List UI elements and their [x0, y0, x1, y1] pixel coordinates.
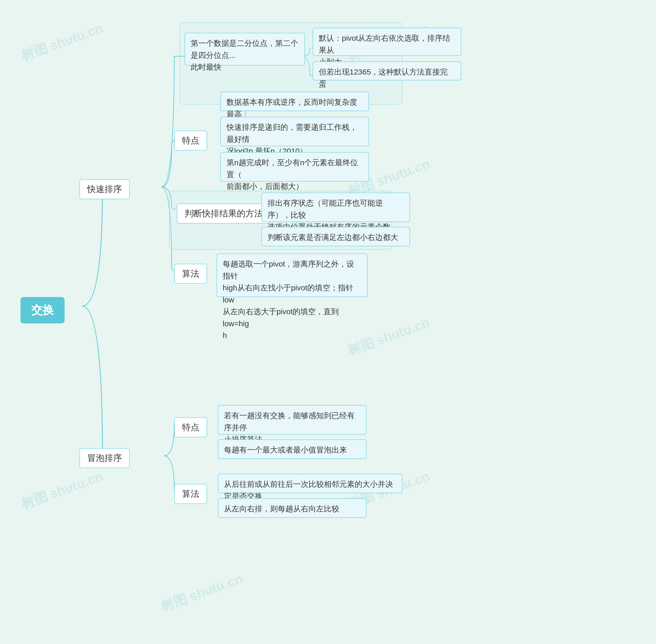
suanfam-node: 算法	[174, 484, 207, 504]
maopao-label: 冒泡排序	[87, 453, 122, 463]
watermark-5: 树图 shutu.cn	[19, 467, 106, 513]
suanfak-label: 算法	[182, 269, 199, 278]
p2-node: 判断该元素是否满足左边都小右边都大	[261, 227, 410, 246]
maopao-node: 冒泡排序	[80, 448, 130, 468]
d2-node: 但若出现12365，这种默认方法直接完蛋	[313, 62, 461, 80]
watermark-1: 树图 shutu.cn	[19, 19, 106, 65]
s1-node: 从后往前或从前往后一次比较相邻元素的大小并决定是否交换	[218, 474, 402, 493]
watermark-4: 树图 shutu.cn	[345, 314, 432, 360]
kuaisu-node: 快速排序	[80, 179, 130, 199]
tediank-label: 特点	[182, 135, 199, 145]
t1-node: 数据基本有序或逆序，反而时间复杂度最高	[220, 92, 369, 111]
watermark-7: 树图 shutu.cn	[158, 570, 245, 616]
d1-node: 默认：pivot从左向右依次选取，排序结果从小到大	[313, 28, 461, 56]
t3-node: 第n趟完成时，至少有n个元素在最终位置（前面都小，后面都大）	[220, 152, 369, 182]
first-data-node: 第一个数据是二分位点，第二个是四分位点...此时最快	[184, 33, 305, 66]
panduan-label: 判断快排结果的方法	[184, 208, 263, 218]
p1-node: 排出有序状态（可能正序也可能逆序），比较选项中位置处于绝对有序的元素个数	[261, 192, 410, 222]
t2-node: 快速排序是递归的，需要递归工作栈，最好情况log2n,最坏n（2010）	[220, 117, 369, 146]
root-node: 交换	[21, 297, 65, 323]
suanfak-text-node: 每趟选取一个pivot，游离序列之外，设指针high从右向左找小于pivot的填…	[217, 253, 368, 297]
tedianam-label: 特点	[182, 422, 199, 432]
suanfam-label: 算法	[182, 489, 199, 499]
m1-node: 若有一趟没有交换，能够感知到已经有序并停止排序算法	[218, 405, 367, 435]
tedianam-node: 特点	[174, 417, 207, 437]
panduan-node: 判断快排结果的方法	[177, 204, 270, 224]
m2-node: 每趟有一个最大或者最小值冒泡出来	[218, 439, 367, 459]
root-label: 交换	[31, 304, 54, 316]
suanfak-node: 算法	[174, 264, 207, 284]
kuaisu-label: 快速排序	[87, 184, 122, 194]
s2-node: 从左向右排，则每趟从右向左比较	[218, 498, 367, 518]
tediank-node: 特点	[174, 131, 207, 151]
